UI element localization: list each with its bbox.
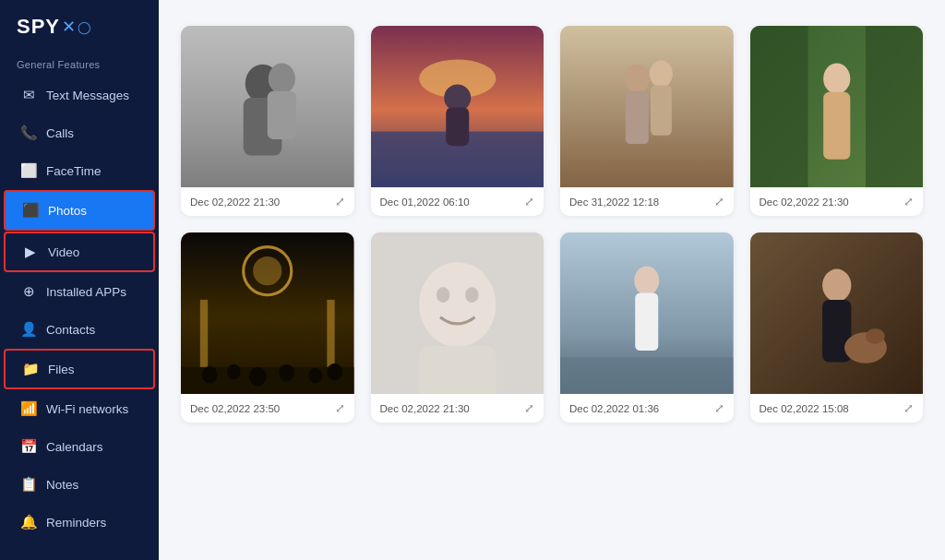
contacts-icon: 👤 [20, 321, 37, 338]
text-messages-icon: ✉ [20, 87, 37, 103]
sidebar-item-label-facetime: FaceTime [46, 164, 102, 178]
svg-point-40 [634, 266, 659, 294]
logo-area: SPY ✕ ◯ [0, 0, 159, 50]
photo-expand-3[interactable]: ⤢ [714, 195, 724, 209]
photo-image-2[interactable] [371, 26, 544, 187]
section-label: General Features [0, 50, 159, 76]
svg-rect-5 [268, 91, 296, 139]
sidebar-item-label-contacts: Contacts [46, 323, 95, 337]
svg-point-9 [444, 85, 471, 112]
calendars-icon: 📅 [20, 438, 37, 455]
sidebar-item-photos[interactable]: ⬛Photos [4, 190, 155, 231]
photo-expand-8[interactable]: ⤢ [903, 401, 914, 415]
svg-point-48 [865, 328, 884, 344]
svg-point-33 [327, 363, 342, 381]
photo-image-1[interactable] [181, 26, 354, 187]
photo-date-5: Dec 02,2022 23:50 [190, 403, 280, 414]
photo-image-5[interactable] [181, 232, 354, 394]
notes-icon: 📋 [20, 476, 37, 493]
sidebar-item-calls[interactable]: 📞Calls [4, 114, 155, 151]
svg-point-31 [279, 364, 294, 382]
photo-date-2: Dec 01,2022 06:10 [380, 197, 470, 208]
sidebar-item-notes[interactable]: 📋Notes [4, 466, 155, 503]
photo-grid: Dec 02,2022 21:30⤢ Dec 01,2022 06:10⤢ De… [181, 26, 923, 423]
reminders-icon: 🔔 [20, 514, 37, 530]
photo-expand-7[interactable]: ⤢ [714, 401, 724, 415]
svg-point-19 [823, 64, 850, 94]
sidebar-item-label-photos: Photos [48, 204, 87, 218]
logo-symbol: ◯ [78, 20, 91, 34]
photo-card-1: Dec 02,2022 21:30⤢ [181, 26, 354, 216]
sidebar-item-calendars[interactable]: 📅Calendars [4, 428, 155, 465]
photo-date-7: Dec 02,2022 01:36 [569, 403, 659, 414]
photo-date-4: Dec 02,2022 21:30 [760, 197, 849, 208]
sidebar-item-label-video: Video [48, 245, 79, 259]
photo-date-1: Dec 02,2022 21:30 [190, 197, 280, 208]
sidebar-item-label-reminders: Reminders [46, 516, 106, 530]
main-content: Dec 02,2022 21:30⤢ Dec 01,2022 06:10⤢ De… [159, 0, 945, 560]
calls-icon: 📞 [20, 125, 37, 141]
svg-rect-38 [419, 346, 496, 394]
photo-card-4: Dec 02,2022 21:30⤢ [750, 26, 924, 216]
photo-image-4[interactable] [750, 26, 924, 187]
sidebar-item-files[interactable]: 📁Files [4, 349, 155, 389]
photo-image-8[interactable] [750, 232, 924, 394]
photo-card-2: Dec 01,2022 06:10⤢ [371, 26, 544, 216]
photo-expand-5[interactable]: ⤢ [335, 401, 345, 415]
svg-point-28 [202, 366, 218, 384]
svg-point-36 [436, 287, 449, 303]
sidebar-item-text-messages[interactable]: ✉Text Messages [4, 77, 155, 113]
sidebar-item-label-text-messages: Text Messages [46, 89, 129, 102]
photo-expand-2[interactable]: ⤢ [524, 195, 534, 209]
photo-footer-3: Dec 31,2022 12:18⤢ [560, 187, 734, 216]
svg-point-30 [249, 367, 267, 387]
sidebar-item-reminders[interactable]: 🔔Reminders [4, 504, 155, 541]
facetime-icon: ⬜ [20, 162, 37, 179]
svg-rect-10 [446, 108, 469, 147]
photo-card-5: Dec 02,2022 23:50⤢ [181, 232, 354, 423]
nav-items: ✉Text Messages📞Calls⬜FaceTime⬛Photos▶Vid… [0, 76, 159, 542]
svg-rect-17 [750, 26, 807, 187]
photo-footer-7: Dec 02,2022 01:36⤢ [560, 394, 734, 423]
svg-point-12 [625, 65, 650, 93]
svg-rect-42 [560, 357, 733, 394]
sidebar-item-label-files: Files [48, 363, 75, 376]
photo-footer-1: Dec 02,2022 21:30⤢ [181, 187, 354, 216]
photo-expand-6[interactable]: ⤢ [524, 401, 534, 415]
photo-footer-2: Dec 01,2022 06:10⤢ [371, 187, 544, 216]
svg-rect-20 [823, 92, 850, 160]
photo-footer-8: Dec 02,2022 15:08⤢ [750, 394, 924, 423]
sidebar-item-wifi-networks[interactable]: 📶Wi-Fi networks [4, 390, 155, 427]
photo-card-3: Dec 31,2022 12:18⤢ [560, 26, 734, 216]
installed-apps-icon: ⊕ [20, 283, 37, 300]
logo-text: SPY [17, 15, 60, 39]
photo-image-3[interactable] [560, 26, 734, 187]
photo-image-7[interactable] [560, 232, 734, 394]
sidebar-item-video[interactable]: ▶Video [4, 232, 155, 272]
svg-rect-18 [865, 26, 922, 187]
video-icon: ▶ [22, 244, 39, 260]
wifi-networks-icon: 📶 [20, 400, 37, 417]
sidebar-item-label-installed-apps: Installed APPs [46, 285, 126, 299]
sidebar-item-contacts[interactable]: 👤Contacts [4, 311, 155, 348]
photo-date-3: Dec 31,2022 12:18 [569, 197, 659, 208]
sidebar-item-installed-apps[interactable]: ⊕Installed APPs [4, 273, 155, 310]
photo-date-8: Dec 02,2022 15:08 [760, 403, 849, 414]
photo-footer-5: Dec 02,2022 23:50⤢ [181, 394, 354, 423]
photos-icon: ⬛ [22, 202, 39, 219]
photo-expand-1[interactable]: ⤢ [335, 195, 345, 209]
sidebar-item-label-calendars: Calendars [46, 440, 103, 454]
sidebar-item-label-notes: Notes [46, 478, 78, 492]
svg-rect-24 [200, 300, 208, 376]
sidebar-item-label-calls: Calls [46, 126, 74, 140]
logo-icon: ✕ [62, 17, 76, 37]
svg-point-4 [269, 64, 295, 94]
photo-image-6[interactable] [371, 232, 544, 394]
photo-card-8: Dec 02,2022 15:08⤢ [750, 232, 924, 423]
svg-rect-41 [635, 293, 658, 351]
photo-expand-4[interactable]: ⤢ [903, 195, 914, 209]
svg-rect-13 [626, 91, 649, 144]
sidebar-item-facetime[interactable]: ⬜FaceTime [4, 152, 155, 189]
files-icon: 📁 [22, 361, 39, 377]
svg-point-45 [822, 269, 851, 302]
